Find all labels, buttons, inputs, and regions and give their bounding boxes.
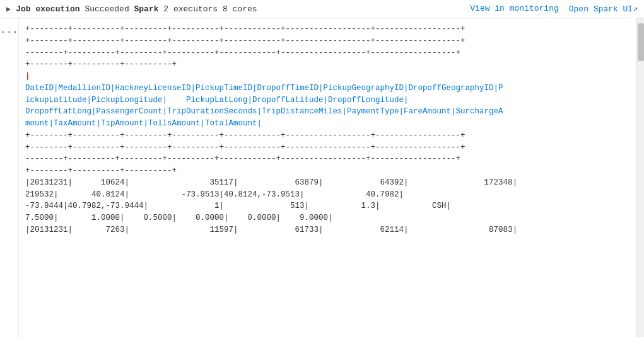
scrollbar-track[interactable] [636, 18, 644, 337]
view-in-monitoring-link[interactable]: View in monitoring [470, 4, 558, 14]
output-line: |20131231| 7263| 11597| 61733| 62114| 87… [25, 224, 630, 236]
output-line: -73.9444|40.7982,-73.9444| 1| 513| 1.3| … [25, 200, 630, 212]
executors-count: 2 executors 8 cores [163, 4, 257, 14]
output-line: | [25, 71, 630, 83]
output-line: 7.5000| 1.0000| 0.5000| 0.0000| 0.0000| … [25, 212, 630, 224]
output-area[interactable]: +--------+----------+---------+---------… [19, 18, 636, 337]
output-line: --------+----------+---------+----------… [25, 47, 630, 59]
main-content: ... +--------+----------+---------+-----… [0, 18, 644, 337]
job-execution-label: Job execution [16, 4, 79, 14]
status-succeeded: Succeeded [85, 4, 129, 14]
output-line: +--------+----------+----------+ [25, 165, 630, 177]
output-line: +--------+----------+----------+ [25, 59, 630, 71]
header-actions: View in monitoring Open Spark UI↗ [470, 4, 638, 14]
output-line: |20131231| 10624| 35117| 63879| 64392| 1… [25, 177, 630, 189]
output-line: mount|TaxAmount|TipAmount|TollsAmount|To… [25, 118, 630, 130]
header-bar: ▶ Job execution Succeeded Spark 2 execut… [0, 0, 644, 18]
output-line: +--------+----------+---------+---------… [25, 142, 630, 154]
dots-sidebar: ... [0, 18, 19, 337]
output-line: +--------+----------+---------+---------… [25, 130, 630, 142]
output-line: --------+----------+---------+----------… [25, 153, 630, 165]
scrollbar-thumb[interactable] [638, 23, 644, 61]
chevron-icon[interactable]: ▶ [6, 4, 11, 14]
spark-label: Spark [134, 4, 159, 14]
output-line: 219532| 40.8124| -73.9513|40.8124,-73.95… [25, 189, 630, 201]
open-spark-ui-link[interactable]: Open Spark UI↗ [569, 4, 638, 14]
dots-icon: ... [0, 25, 18, 36]
output-line: +--------+----------+---------+---------… [25, 35, 630, 47]
output-line: +--------+----------+---------+---------… [25, 23, 630, 35]
output-line: DateID|MedallionID|HackneyLicenseID|Pick… [25, 83, 630, 94]
header-title: Job execution Succeeded Spark 2 executor… [16, 4, 257, 14]
output-line: ickupLatitude|PickupLongitude| PickupLat… [25, 94, 630, 106]
output-line: DropoffLatLong|PassengerCount|TripDurati… [25, 106, 630, 118]
